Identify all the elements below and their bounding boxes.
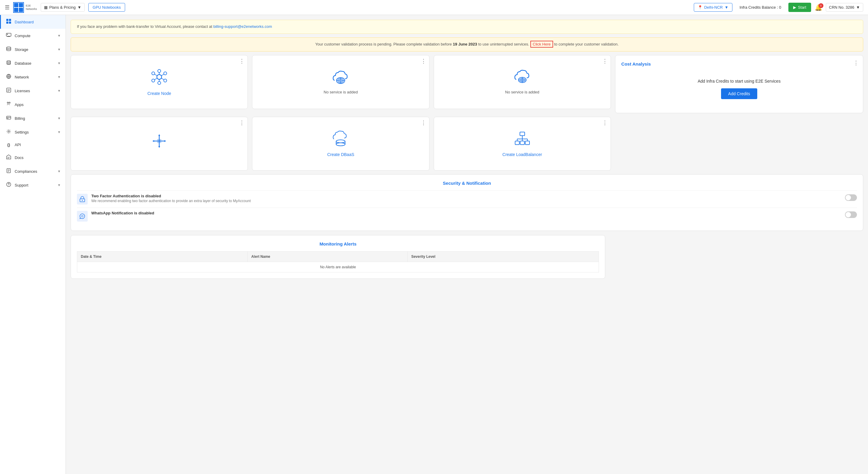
crn-button[interactable]: CRN No. 3286 ▼ — [826, 3, 863, 12]
create-dbaas-label: Create DBaaS — [327, 152, 354, 157]
sidebar-item-compute[interactable]: Compute ▼ — [0, 29, 66, 42]
bank-transfer-banner: If you face any problem with bank-transf… — [71, 20, 863, 34]
whatsapp-toggle-knob — [845, 212, 851, 217]
brand-text: E2ENetworks — [26, 4, 37, 11]
sidebar-item-storage-label: Storage — [15, 47, 55, 52]
sidebar-item-database-label: Database — [15, 61, 55, 66]
cost-analysis-menu-button[interactable]: ⋮ — [853, 60, 859, 66]
2fa-item: Two Factor Authentication is disabled We… — [77, 190, 857, 208]
billing-support-link[interactable]: billing-support@e2enetworks.com — [213, 24, 272, 29]
content-area: If you face any problem with bank-transf… — [66, 15, 868, 474]
compute-chevron-icon: ▼ — [58, 34, 61, 37]
cost-analysis-card: Cost Analysis ⋮ Add Infra Credits to sta… — [615, 55, 863, 113]
network-icon — [6, 73, 12, 80]
database-chevron-icon: ▼ — [58, 61, 61, 65]
svg-line-47 — [154, 74, 157, 76]
svg-point-69 — [336, 143, 345, 146]
sidebar-item-database[interactable]: Database ▼ — [0, 56, 66, 70]
sidebar-item-storage[interactable]: Storage ▼ — [0, 42, 66, 56]
whatsapp-item: WhatsApp Notification is disabled — [77, 208, 857, 225]
sidebar-item-network[interactable]: Network ▼ — [0, 70, 66, 84]
docs-icon — [6, 154, 12, 161]
gpu-notebooks-button[interactable]: GPU Notebooks — [88, 3, 125, 12]
logo-box — [13, 2, 24, 13]
crn-label: CRN No. 3286 — [829, 5, 855, 9]
whatsapp-icon — [77, 211, 88, 221]
whatsapp-content: WhatsApp Notification is disabled — [91, 211, 841, 215]
whatsapp-title: WhatsApp Notification is disabled — [91, 211, 841, 215]
svg-line-46 — [161, 78, 164, 80]
sidebar-item-compliances[interactable]: Compliances ▼ — [0, 165, 66, 178]
no-service-1-icon — [332, 70, 350, 86]
cost-analysis-title: Cost Analysis — [621, 61, 651, 66]
svg-rect-23 — [7, 116, 11, 119]
sidebar-item-billing[interactable]: Billing ▼ — [0, 111, 66, 125]
no-service-1-menu-button[interactable]: ⋮ — [421, 58, 426, 64]
compliances-chevron-icon: ▼ — [58, 170, 61, 173]
svg-rect-10 — [7, 34, 8, 35]
logo: E2ENetworks — [13, 2, 37, 13]
2fa-content: Two Factor Authentication is disabled We… — [91, 194, 841, 203]
svg-rect-0 — [14, 3, 18, 7]
create-node-icon — [150, 68, 168, 87]
no-service-card-2[interactable]: ⋮ No service is added — [434, 55, 611, 109]
svg-rect-4 — [6, 19, 8, 21]
sidebar-item-licenses-label: Licenses — [15, 89, 55, 93]
validation-text-end: to complete your customer validation. — [554, 42, 618, 47]
svg-point-11 — [7, 47, 11, 49]
2fa-desc: We recommend enabling two factor authent… — [91, 199, 841, 203]
sidebar-item-docs-label: Docs — [15, 155, 61, 160]
2fa-title: Two Factor Authentication is disabled — [91, 194, 841, 198]
svg-rect-17 — [7, 88, 11, 92]
create-loadbalancer-menu-button[interactable]: ⋮ — [602, 120, 608, 125]
2fa-toggle[interactable] — [845, 194, 857, 201]
dashboard-row2: ⋮ ⋮ — [71, 117, 863, 171]
cost-analysis-body: Add Infra Credits to start using E2E Ser… — [698, 71, 781, 107]
create-node-menu-button[interactable]: ⋮ — [239, 58, 245, 64]
sidebar-item-docs[interactable]: Docs — [0, 151, 66, 165]
create-loadbalancer-card[interactable]: ⋮ Create LoadBalancer — [434, 117, 611, 171]
move-card[interactable]: ⋮ — [71, 117, 248, 171]
svg-point-40 — [164, 79, 167, 82]
sidebar-item-apps[interactable]: Apps — [0, 98, 66, 111]
security-title: Security & Notification — [77, 181, 857, 186]
infra-credits-balance: Infra Credits Balance : 0 — [740, 5, 781, 9]
sidebar-item-dashboard[interactable]: Dashboard — [0, 15, 66, 29]
svg-point-35 — [8, 185, 9, 186]
validation-text-after: to use uninterrupted services. — [478, 42, 529, 47]
create-loadbalancer-icon — [513, 130, 531, 148]
whatsapp-toggle[interactable] — [845, 211, 857, 218]
svg-line-45 — [154, 78, 157, 80]
monitoring-table: Date & Time Alert Name Severity Level No… — [77, 251, 599, 272]
location-chevron-icon: ▼ — [725, 5, 728, 9]
svg-marker-63 — [158, 146, 160, 148]
settings-chevron-icon: ▼ — [58, 130, 61, 134]
sidebar-item-settings[interactable]: Settings ▼ — [0, 125, 66, 139]
create-dbaas-card[interactable]: ⋮ Create DBaaS — [252, 117, 429, 171]
create-node-card[interactable]: ⋮ — [71, 55, 248, 109]
create-dbaas-menu-button[interactable]: ⋮ — [421, 120, 426, 125]
notification-button[interactable]: 🔔 0 — [815, 4, 822, 11]
svg-point-12 — [7, 61, 10, 62]
sidebar-item-support-label: Support — [15, 183, 55, 187]
location-button[interactable]: 📍 Delhi-NCR ▼ — [694, 3, 733, 12]
no-service-card-1[interactable]: ⋮ No service is added — [252, 55, 429, 109]
hamburger-icon[interactable]: ☰ — [5, 4, 9, 11]
sidebar-item-api[interactable]: {} API — [0, 139, 66, 151]
start-button[interactable]: ▶ Start — [788, 3, 811, 12]
add-credits-button[interactable]: Add Credits — [721, 88, 757, 99]
plans-pricing-button[interactable]: ▦ Plans & Pricing ▼ — [41, 3, 85, 12]
svg-rect-7 — [9, 22, 11, 24]
sidebar-item-licenses[interactable]: Licenses ▼ — [0, 84, 66, 98]
sidebar-item-support[interactable]: Support ▼ — [0, 178, 66, 192]
move-card-menu-button[interactable]: ⋮ — [239, 120, 245, 125]
no-service-2-menu-button[interactable]: ⋮ — [602, 58, 608, 64]
apps-icon — [6, 101, 12, 108]
svg-rect-71 — [515, 141, 519, 145]
svg-point-37 — [158, 69, 161, 72]
svg-point-66 — [336, 140, 345, 143]
sidebar-item-apps-label: Apps — [15, 102, 61, 107]
bank-transfer-text: If you face any problem with bank-transf… — [77, 24, 213, 29]
dashboard-row1: ⋮ — [71, 55, 863, 113]
click-here-link[interactable]: Click Here — [530, 41, 553, 48]
